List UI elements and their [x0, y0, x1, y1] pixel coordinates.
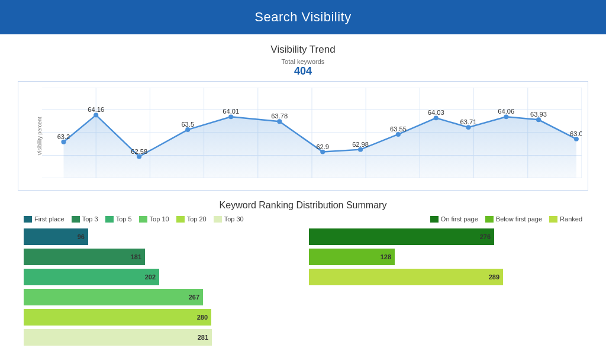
- legend-label-top5: Top 5: [116, 215, 132, 223]
- page-header: Search Visibility: [0, 0, 606, 34]
- bar-left-4: 280: [24, 309, 211, 326]
- bar-right-2: 289: [309, 269, 503, 285]
- legend-below-first-page: Below first page: [485, 215, 542, 223]
- svg-point-21: [277, 119, 282, 124]
- svg-point-16: [61, 140, 66, 144]
- legend-label-below-first-page: Below first page: [496, 215, 542, 223]
- bar-left-0: 96: [24, 228, 88, 245]
- bar-row-left-0: 96: [24, 228, 297, 245]
- bar-row-left-4: 280: [24, 309, 297, 326]
- legend-label-ranked: Ranked: [560, 215, 582, 223]
- svg-text:64.16: 64.16: [88, 107, 104, 114]
- distribution-section: Keyword Ranking Distribution Summary Fir…: [18, 200, 588, 349]
- total-keywords-value: 404: [18, 65, 588, 78]
- legend-label-on-first-page: On first page: [441, 215, 478, 223]
- bar-left-3: 267: [24, 289, 203, 305]
- svg-point-26: [466, 125, 470, 130]
- svg-text:62.98: 62.98: [352, 141, 369, 148]
- bar-row-right-1: 128: [309, 249, 582, 265]
- bar-row-left-3: 267: [24, 289, 297, 305]
- swatch-top20: [176, 216, 185, 223]
- bar-row-left-1: 181: [24, 249, 297, 265]
- svg-point-23: [358, 147, 363, 152]
- svg-point-29: [574, 137, 579, 141]
- legend-label-top3: Top 3: [82, 215, 98, 223]
- legend-top10: Top 10: [139, 215, 169, 223]
- svg-text:63.5: 63.5: [181, 121, 194, 128]
- legend-row: First place Top 3 Top 5 Top 10 Top 20: [18, 215, 588, 223]
- bar-row-right-2: 289: [309, 269, 582, 285]
- svg-text:64.03: 64.03: [428, 109, 444, 117]
- visibility-trend-section: Visibility Trend Total keywords 404 Visi…: [18, 44, 588, 191]
- swatch-first-place: [24, 216, 32, 223]
- bar-left-1: 181: [24, 249, 145, 265]
- legend-right: On first page Below first page Ranked: [430, 215, 582, 223]
- svg-text:62.9: 62.9: [316, 143, 329, 150]
- svg-point-20: [228, 114, 233, 119]
- swatch-top30: [214, 216, 222, 223]
- swatch-on-first-page: [430, 216, 439, 223]
- svg-point-27: [504, 114, 508, 119]
- bar-chart-right: 276 128 289: [309, 228, 582, 349]
- svg-text:63.2: 63.2: [57, 133, 70, 140]
- legend-ranked: Ranked: [549, 215, 582, 223]
- bar-left-5: 281: [24, 329, 212, 346]
- swatch-below-first-page: [485, 216, 494, 223]
- svg-point-19: [185, 127, 190, 132]
- bar-left-2: 202: [24, 269, 159, 285]
- svg-text:63.93: 63.93: [530, 111, 547, 118]
- swatch-top5: [105, 216, 114, 223]
- svg-point-28: [536, 117, 541, 122]
- bar-right-0: 276: [309, 228, 494, 245]
- legend-left: First place Top 3 Top 5 Top 10 Top 20: [24, 215, 244, 223]
- legend-on-first-page: On first page: [430, 215, 478, 223]
- legend-label-top10: Top 10: [150, 215, 169, 223]
- svg-text:63.78: 63.78: [271, 112, 288, 120]
- svg-point-18: [137, 154, 141, 159]
- swatch-top3: [72, 216, 80, 223]
- main-content: Visibility Trend Total keywords 404 Visi…: [0, 34, 606, 359]
- swatch-top10: [139, 216, 147, 223]
- legend-top30: Top 30: [214, 215, 244, 223]
- bar-row-left-5: 281: [24, 329, 297, 346]
- legend-first-place: First place: [24, 215, 65, 223]
- legend-label-top30: Top 30: [224, 215, 244, 223]
- bar-row-right-0: 276: [309, 228, 582, 245]
- svg-text:64.06: 64.06: [498, 108, 514, 115]
- legend-label-first-place: First place: [34, 215, 65, 223]
- svg-point-22: [320, 150, 325, 154]
- legend-label-top20: Top 20: [187, 215, 207, 223]
- bar-row-left-2: 202: [24, 269, 297, 285]
- svg-text:63.0: 63.0: [570, 130, 582, 137]
- trend-line-chart: 63.2 64.16 62.58 63.5 64.01 63.78 62.9 6…: [42, 88, 582, 178]
- total-keywords-label: Total keywords: [18, 58, 588, 65]
- y-axis-label: Visibility percent: [37, 117, 43, 155]
- svg-text:64.01: 64.01: [223, 108, 239, 115]
- svg-point-25: [434, 115, 439, 120]
- swatch-ranked: [549, 216, 557, 223]
- svg-text:62.58: 62.58: [131, 148, 147, 155]
- trend-chart: Visibility percent: [18, 81, 588, 191]
- bar-right-1: 128: [309, 249, 395, 265]
- svg-text:63.71: 63.71: [460, 118, 477, 125]
- legend-top3: Top 3: [72, 215, 98, 223]
- page-title: Search Visibility: [254, 9, 351, 24]
- bar-chart-left: 96 181 202 267 280 281: [24, 228, 297, 349]
- bars-section: 96 181 202 267 280 281 276 128 289: [18, 228, 588, 349]
- trend-title: Visibility Trend: [18, 44, 588, 56]
- legend-top20: Top 20: [176, 215, 207, 223]
- svg-point-24: [396, 132, 401, 137]
- svg-point-17: [94, 112, 98, 117]
- svg-text:63.55: 63.55: [390, 125, 407, 133]
- legend-top5: Top 5: [105, 215, 132, 223]
- distribution-title: Keyword Ranking Distribution Summary: [18, 200, 588, 211]
